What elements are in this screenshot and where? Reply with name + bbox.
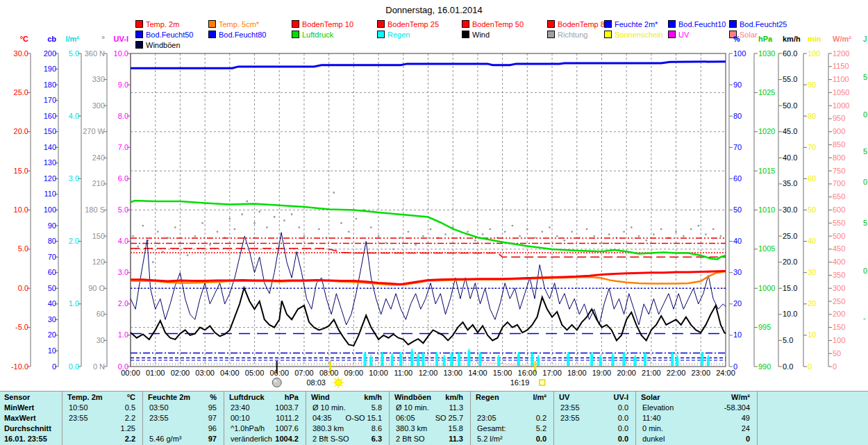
rain-bar-tip [458,352,460,354]
x-axis-label: 14:00 [466,369,490,377]
axis-unit-kmh: km/h [783,35,801,43]
axis-tick-label-cb: 180 [44,81,56,89]
axis-tick-label-tempC: 25.0 [14,89,28,96]
x-axis-label: 19:00 [590,369,613,377]
axis-tick-label-hpa: 1025 [758,89,775,96]
axis-tick-label-tempC: 20.0 [14,128,28,135]
table-cell-value: 15.8 [389,424,463,433]
table-cell-value: 0.0 [553,435,628,444]
legend-item-temp-5cm-: Temp. 5cm* [208,20,259,28]
legend-item-label: Solar [740,31,758,39]
axis-tick-label-deg: 120 [92,258,105,266]
axis-tick-label-tempC: 15.0 [14,167,28,175]
legend-item-label: Feuchte 2m* [615,20,658,28]
table-row-label: MaxWert [4,414,36,423]
rain-bar-tip [436,352,437,354]
legend-item-label: Sonnenschein [615,31,663,39]
series-dot-richtung [645,240,647,242]
rain-bar-tip [701,352,703,354]
x-axis-label: 01:00 [144,369,167,377]
axis-tick-label-deg: 150 [92,233,105,240]
rain-bar [676,357,678,366]
table-cell-value: 1.25 [62,424,135,433]
legend-item-richtung: Richtung [547,31,587,39]
sunset-time-label: 16:19 [510,379,530,387]
legend-item-bod-feucht25: Bod.Feucht25 [729,20,787,28]
legend-item-bod-feucht50: Bod.Feucht50 [135,31,194,39]
axis-tick-label-cb: 0 [52,363,56,371]
series-dot-richtung [137,246,139,248]
table-col-unit: km/h [389,393,463,402]
series-dot-richtung [187,254,189,256]
clipped-axis-fragment: 0 [863,267,867,275]
x-axis-label: 18:00 [565,369,589,377]
x-axis-label: 02:00 [168,369,192,377]
axis-tick-label-tempC: 10.0 [14,206,28,214]
legend-swatch-icon [292,20,299,28]
axis-tick-label-wm2: 200 [833,310,845,318]
series-dot-richtung [430,228,432,230]
series-dot-richtung [712,228,715,230]
axis-tick-label-wm2: 350 [833,271,845,279]
axis-tick-label-hpa: 1030 [758,50,775,58]
legend-swatch-icon [208,31,216,38]
axis-tick-label-min: 70 [808,144,816,151]
table-col-unit: UV-I [553,393,628,402]
table-row-label: 16.01. 23:55 [4,435,47,444]
legend-item-bodentemp-25: BodenTemp 25 [377,20,439,28]
legend-item-label: Temp. 2m [146,20,179,28]
rain-bar [363,354,366,366]
series-dot-richtung [246,201,248,203]
axis-tick-label-kmh: 50.0 [783,102,797,110]
axis-tick-label-wm2: 500 [833,233,845,240]
series-dot-richtung [370,226,372,228]
rain-bar-tip [591,352,592,354]
table-cell-value: 0.5 [62,403,135,412]
table-cell-value: 8.6 [306,424,382,433]
series-dot-richtung [415,244,417,246]
axis-tick-label-wm2: 1050 [833,89,849,96]
axis-unit-wm2: W/m² [833,35,851,43]
moon-icon [272,378,281,387]
series-dot-richtung [563,240,565,242]
table-cell-value: 97 [142,414,217,423]
axis-tick-label-wm2: 700 [833,180,845,187]
series-dot-richtung [482,233,484,235]
legend-item-bodentemp-10: BodenTemp 10 [292,20,353,28]
series-dot-richtung [228,218,231,220]
axis-tick-label-kmh: 35.0 [783,180,797,187]
axis-tick-label-wm2: 650 [833,193,845,201]
series-dot-richtung [348,230,350,233]
axis-tick-label-cb: 30 [48,316,56,324]
axis-tick-label-cb: 200 [44,50,56,58]
series-dot-richtung [653,233,655,235]
axis-unit-tempC: °C [20,35,28,43]
table-cell-value: 0.0 [553,414,628,423]
axis-tick-label-lm2: 2.0 [69,237,79,245]
axis-tick-label-kmh: 0.0 [783,363,793,371]
x-axis-label: 09:00 [342,369,365,377]
legend-item-bodentemp-80: BodenTemp 80 [547,20,609,28]
legend-swatch-icon [668,31,676,38]
axis-tick-label-kmh: 15.0 [783,285,797,292]
x-axis-label: 16:00 [515,369,539,377]
table-cell-value: 5.8 [306,403,382,412]
axis-tick-label-wm2: 550 [833,219,845,227]
axis-tick-label-kmh: 25.0 [783,233,797,240]
axis-tick-label-deg: 210 [92,180,105,187]
axis-tick-label-cb: 130 [44,159,56,167]
table-col-unit: % [142,393,217,402]
legend-swatch-icon [462,20,469,28]
axis-tick-label-uvi: 8.0 [118,112,128,120]
series-dot-richtung [474,240,476,242]
axis-tick-label-deg: 330 [92,76,105,83]
x-axis-label: 22:00 [665,369,688,377]
axis-tick-label-kmh: 60.0 [783,50,797,58]
series-dot-richtung [241,213,243,215]
sunset-icon [540,380,545,385]
series-dot-richtung [534,237,536,239]
table-col-unit: W/m² [635,393,750,402]
axis-tick-label-cb: 120 [44,175,56,183]
axis-tick-label-uvi: 1.0 [118,331,128,339]
series-dot-richtung [174,226,176,228]
